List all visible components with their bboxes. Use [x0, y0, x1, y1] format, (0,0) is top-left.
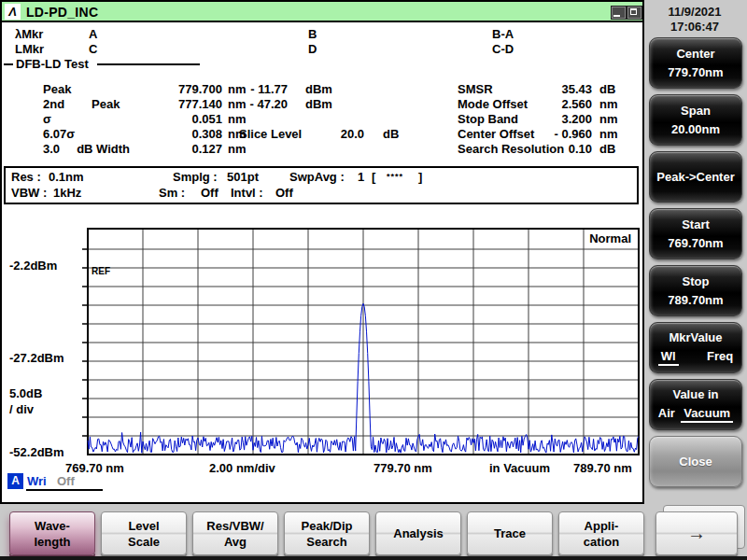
vbw-label: VBW :: [11, 186, 47, 200]
swpavg-bracket-open: [: [372, 170, 375, 184]
meas-value2: - 11.77: [241, 82, 288, 96]
slice-level-value: 20.0: [322, 127, 364, 141]
softkey-label: Wave-: [35, 518, 70, 534]
marker-c-d: C-D: [492, 42, 514, 56]
softkey-more-wrap: →: [655, 505, 745, 557]
span-button-value: 20.00nm: [671, 122, 720, 136]
y-axis-scale-label2: / div: [9, 402, 34, 416]
maximize-button[interactable]: [627, 6, 642, 20]
trace-off-state: Off: [57, 474, 75, 488]
marker-value-button[interactable]: MkrValue Wl Freq: [649, 322, 742, 373]
center-button-value: 779.70nm: [668, 65, 723, 79]
swpavg-value: 1: [358, 170, 364, 184]
softkey-wavelength[interactable]: Wave- length: [9, 511, 95, 555]
swpavg-bracket-close: ]: [418, 170, 422, 184]
span-button-title: Span: [681, 104, 711, 118]
y-axis-bottom-label: -52.2dBm: [9, 445, 64, 459]
meas-label: SMSR: [458, 82, 493, 96]
section-rule-right: [97, 63, 200, 65]
softkey-label: length: [35, 534, 71, 550]
swpavg-stars: ****: [387, 170, 403, 184]
maximize-icon: [630, 8, 637, 15]
bottom-bezel: [0, 556, 747, 560]
softkey-label: Peak/Dip: [302, 518, 353, 534]
x-axis-stop-label: 789.70 nm: [573, 461, 632, 475]
meas-unit: nm: [599, 127, 618, 141]
marker-value-option-wl: Wl: [658, 349, 679, 366]
softkey-application[interactable]: Appli- cation: [558, 511, 644, 555]
marker-b: B: [308, 27, 317, 41]
softkey-analysis[interactable]: Analysis: [375, 511, 461, 555]
value-in-option-air: Air: [658, 406, 675, 423]
meas-unit: nm: [599, 97, 618, 111]
time-display: 17:06:47: [644, 20, 745, 34]
meas-value: 2.560: [514, 97, 592, 111]
stop-button-title: Stop: [683, 274, 710, 288]
start-button-value: 769.70nm: [668, 236, 723, 250]
softkey-level-scale[interactable]: Level Scale: [101, 511, 187, 555]
close-button-label: Close: [679, 455, 712, 469]
trace-a-badge: A: [7, 473, 23, 489]
value-in-option-vacuum: Vacuum: [681, 406, 733, 423]
arrow-right-icon: →: [687, 525, 706, 541]
x-axis-center-label: 779.70 nm: [374, 461, 432, 475]
marker-b-a: B-A: [492, 27, 514, 41]
close-button[interactable]: Close: [649, 436, 742, 487]
softkey-trace[interactable]: Trace: [467, 511, 553, 555]
section-rule-left: [4, 63, 13, 65]
start-button[interactable]: Start 769.70nm: [649, 208, 742, 259]
meas-value: 0.127: [140, 142, 222, 156]
marker-c: C: [89, 42, 97, 56]
meas-value: 0.051: [140, 112, 222, 126]
softkey-more-pages[interactable]: →: [655, 511, 738, 555]
center-button-title: Center: [676, 47, 714, 61]
minimize-button[interactable]: [611, 6, 627, 20]
meas-unit: dB: [599, 82, 615, 96]
meas-unit: nm: [228, 112, 247, 126]
intvl-label: Intvl :: [231, 186, 263, 200]
trace-write-mode: Wri: [27, 474, 47, 488]
meas-label: Peak: [43, 82, 71, 96]
slice-level-label: Slice Level: [239, 127, 302, 141]
value-in-title: Value in: [672, 387, 718, 401]
marker-value-option-freq: Freq: [707, 349, 733, 366]
meas-unit2: dBm: [305, 97, 332, 111]
res-label: Res :: [11, 170, 41, 184]
softkey-peak-dip-search[interactable]: Peak/Dip Search: [284, 511, 370, 555]
stop-button[interactable]: Stop 789.70nm: [649, 265, 742, 316]
smplg-value: 501pt: [227, 170, 259, 184]
meas-value: 0.308: [140, 127, 222, 141]
x-axis-div-label: 2.00 nm/div: [209, 461, 275, 475]
softkey-label: Avg: [224, 534, 247, 550]
res-value: 0.1nm: [49, 170, 84, 184]
y-axis-scale-label: 5.0dB: [9, 386, 42, 400]
level-marker-label: LMkr: [15, 42, 44, 56]
center-button[interactable]: Center 779.70nm: [649, 37, 742, 89]
softkey-label: Level: [128, 518, 159, 534]
meas-value: 779.700: [140, 82, 222, 96]
y-axis-mid-label: -27.2dBm: [9, 351, 64, 365]
meas-unit2: dBm: [305, 82, 332, 96]
sm-label: Sm :: [159, 186, 185, 200]
meas-label: 2nd Peak: [43, 97, 120, 111]
meas-value: 35.43: [514, 82, 592, 96]
softkey-label: Search: [306, 534, 346, 550]
x-axis-medium-label: in Vacuum: [489, 461, 550, 475]
marker-a: A: [89, 27, 97, 41]
meas-label: Stop Band: [458, 112, 518, 126]
peak-to-center-button[interactable]: Peak->Center: [649, 151, 742, 203]
meas-unit: dB: [599, 142, 615, 156]
softkey-res-vbw-avg[interactable]: Res/VBW/ Avg: [192, 511, 278, 555]
stop-button-value: 789.70nm: [668, 293, 723, 307]
instrument-screen: [0, 0, 644, 504]
vbw-value: 1kHz: [53, 186, 81, 200]
meas-value2: - 47.20: [241, 97, 288, 111]
meas-value: 777.140: [140, 97, 222, 111]
start-button-title: Start: [682, 217, 710, 231]
meas-label: 6.07σ: [43, 127, 75, 141]
value-in-button[interactable]: Value in Air Vacuum: [649, 379, 742, 430]
slice-level-unit: dB: [383, 127, 399, 141]
y-axis-top-label: -2.2dBm: [9, 259, 57, 273]
meas-value: - 0.960: [514, 127, 592, 141]
span-button[interactable]: Span 20.00nm: [649, 94, 742, 146]
